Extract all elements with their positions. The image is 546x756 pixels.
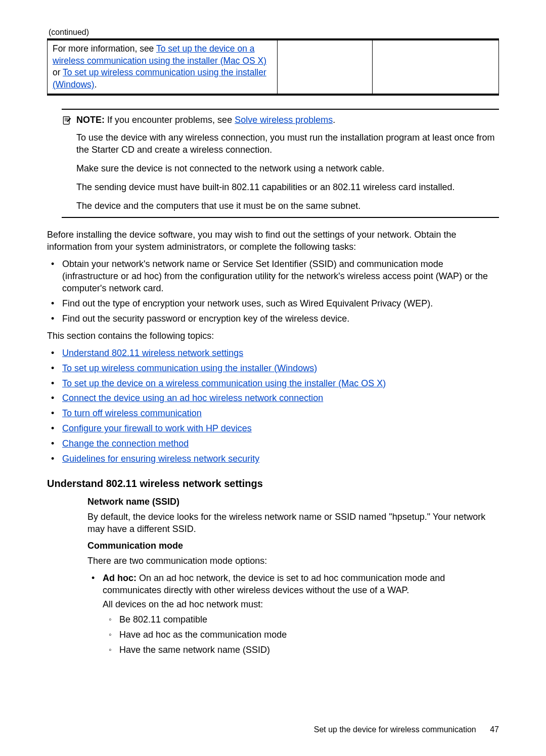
- heading-understand-80211: Understand 802.11 wireless network setti…: [47, 478, 499, 490]
- topic-item: Guidelines for ensuring wireless network…: [47, 453, 499, 465]
- topic-item: Understand 802.11 wireless network setti…: [47, 347, 499, 360]
- note-rule-top: [62, 109, 499, 110]
- topic-item: Change the connection method: [47, 438, 499, 450]
- adhoc-sub-item: Be 802.11 compatible: [103, 614, 499, 626]
- link-topic-6[interactable]: Change the connection method: [62, 438, 189, 449]
- adhoc-sublist: Be 802.11 compatible Have ad hoc as the …: [103, 614, 499, 656]
- note-icon: [62, 115, 72, 125]
- note-label: NOTE:: [76, 115, 105, 125]
- adhoc-sub-intro: All devices on the ad hoc network must:: [103, 599, 499, 611]
- info-cell-3: [372, 40, 498, 94]
- tasks-list: Obtain your network's network name or Se…: [47, 258, 499, 325]
- ssid-para: By default, the device looks for the wir…: [87, 511, 499, 536]
- footer-page-number: 47: [490, 725, 499, 734]
- topic-links-list: Understand 802.11 wireless network setti…: [47, 347, 499, 466]
- info-prefix: For more information, see: [53, 43, 156, 54]
- info-table: For more information, see To set up the …: [47, 40, 499, 94]
- link-topic-4[interactable]: To turn off wireless communication: [62, 408, 202, 418]
- link-topic-5[interactable]: Configure your firewall to work with HP …: [62, 423, 252, 433]
- note-p3: The sending device must have built-in 80…: [76, 182, 499, 194]
- info-cell-1: For more information, see To set up the …: [48, 40, 278, 94]
- info-mid: or: [53, 67, 63, 77]
- before-para: Before installing the device software, y…: [47, 229, 499, 253]
- adhoc-text: On an ad hoc network, the device is set …: [103, 573, 445, 595]
- info-suffix: .: [95, 79, 97, 90]
- adhoc-sub-item: Have ad hoc as the communication mode: [103, 629, 499, 641]
- task-item: Find out the type of encryption your net…: [47, 298, 499, 310]
- continued-label: (continued): [47, 28, 499, 37]
- link-topic-1[interactable]: To set up wireless communication using t…: [62, 363, 317, 373]
- bottom-rule: [47, 94, 499, 96]
- note-p4: The device and the computers that use it…: [76, 200, 499, 212]
- link-topic-2[interactable]: To set up the device on a wireless commu…: [62, 378, 386, 388]
- section-intro: This section contains the following topi…: [47, 330, 499, 342]
- task-item: Obtain your network's network name or Se…: [47, 258, 499, 295]
- comm-item-adhoc: Ad hoc: On an ad hoc network, the device…: [87, 572, 499, 656]
- link-topic-3[interactable]: Connect the device using an ad hoc wirel…: [62, 393, 323, 403]
- note-lead-suffix: .: [333, 115, 335, 125]
- link-topic-7[interactable]: Guidelines for ensuring wireless network…: [62, 454, 259, 464]
- comm-para: There are two communication mode options…: [87, 555, 499, 567]
- note-lead: NOTE: If you encounter problems, see Sol…: [76, 114, 499, 126]
- topic-item: To set up wireless communication using t…: [47, 363, 499, 375]
- note-rule-bottom: [62, 217, 499, 218]
- note-block: NOTE: If you encounter problems, see Sol…: [62, 109, 499, 218]
- page-footer: Set up the device for wireless communica…: [314, 725, 499, 734]
- adhoc-sub-item: Have the same network name (SSID): [103, 644, 499, 656]
- link-topic-0[interactable]: Understand 802.11 wireless network setti…: [62, 348, 243, 358]
- footer-title: Set up the device for wireless communica…: [314, 725, 476, 734]
- topic-item: Configure your firewall to work with HP …: [47, 423, 499, 435]
- task-item: Find out the security password or encryp…: [47, 313, 499, 325]
- heading-ssid: Network name (SSID): [87, 497, 499, 507]
- link-solve-wireless[interactable]: Solve wireless problems: [235, 115, 333, 125]
- note-p1: To use the device with any wireless conn…: [76, 132, 499, 156]
- topic-item: To set up the device on a wireless commu…: [47, 378, 499, 390]
- topic-item: To turn off wireless communication: [47, 408, 499, 420]
- adhoc-label: Ad hoc:: [103, 573, 136, 583]
- note-lead-text: If you encounter problems, see: [105, 115, 235, 125]
- comm-list: Ad hoc: On an ad hoc network, the device…: [87, 572, 499, 656]
- info-cell-2: [278, 40, 373, 94]
- note-p2: Make sure the device is not connected to…: [76, 163, 499, 175]
- heading-comm-mode: Communication mode: [87, 541, 499, 551]
- link-setup-windows[interactable]: To set up wireless communication using t…: [53, 67, 266, 90]
- topic-item: Connect the device using an ad hoc wirel…: [47, 392, 499, 405]
